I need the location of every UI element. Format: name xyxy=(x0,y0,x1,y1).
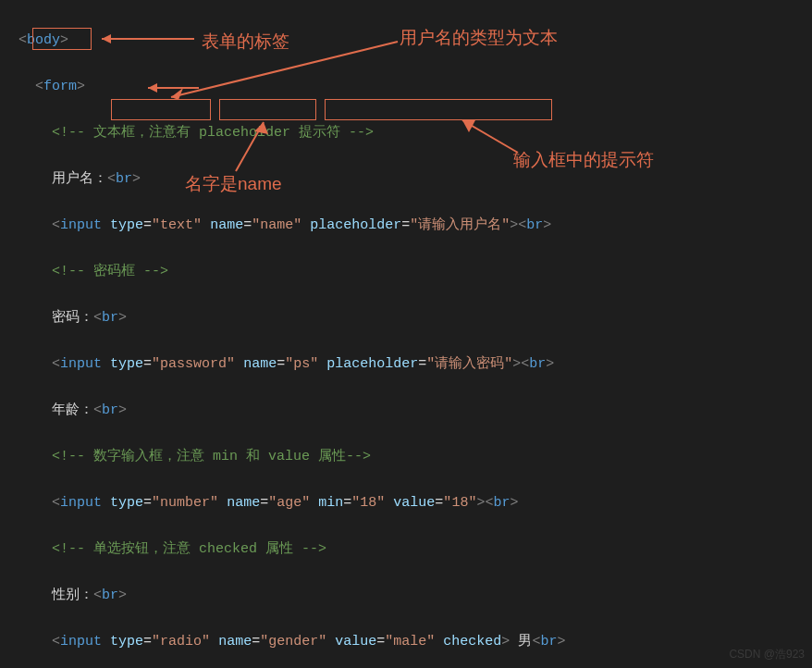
code-line: 性别：<br> xyxy=(18,584,812,607)
code-comment: <!-- 文本框，注意有 placeholder 提示符 --> xyxy=(18,121,812,144)
code-line: 密码：<br> xyxy=(18,306,812,329)
code-line: <input type="radio" name="gender" value=… xyxy=(18,630,812,653)
code-editor: <body> <form> <!-- 文本框，注意有 placeholder 提… xyxy=(0,0,812,668)
code-line: 年龄：<br> xyxy=(18,399,812,422)
code-line: <input type="password" name="ps" placeho… xyxy=(18,353,812,376)
code-line: <input type="number" name="age" min="18"… xyxy=(18,491,812,514)
code-line: <input type="text" name="name" placehold… xyxy=(18,214,812,237)
code-line: <body> xyxy=(18,29,812,52)
watermark: CSDN @浩923 xyxy=(729,647,805,662)
code-comment: <!-- 单选按钮，注意 checked 属性 --> xyxy=(18,538,812,561)
code-comment: <!-- 密码框 --> xyxy=(18,260,812,283)
code-comment: <!-- 数字输入框，注意 min 和 value 属性--> xyxy=(18,445,812,468)
code-line: <form> xyxy=(18,75,812,98)
code-line: 用户名：<br> xyxy=(18,167,812,191)
